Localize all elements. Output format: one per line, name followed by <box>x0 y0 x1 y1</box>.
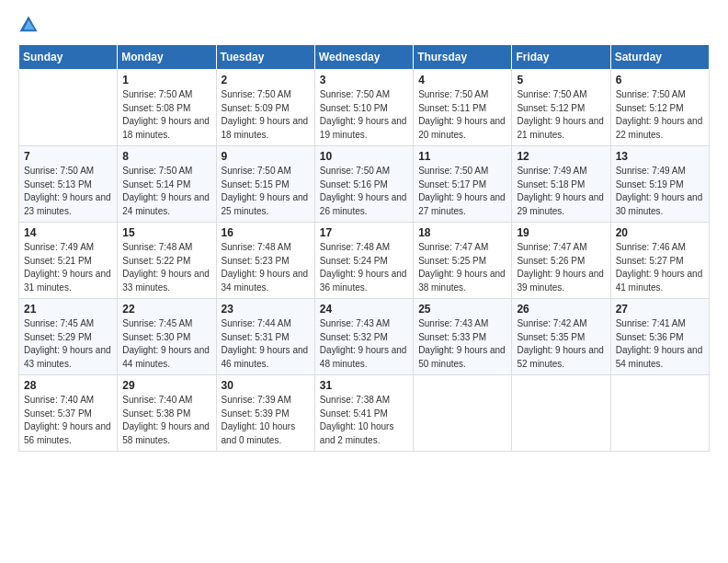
day-info: Sunrise: 7:50 AMSunset: 5:12 PMDaylight:… <box>616 88 704 142</box>
calendar-cell <box>512 375 610 452</box>
day-number: 11 <box>418 150 506 163</box>
day-info: Sunrise: 7:39 AMSunset: 5:39 PMDaylight:… <box>222 394 310 447</box>
weekday-header: Friday <box>512 45 610 70</box>
day-info: Sunrise: 7:42 AMSunset: 5:35 PMDaylight:… <box>517 317 605 371</box>
day-number: 26 <box>517 303 605 316</box>
day-info: Sunrise: 7:40 AMSunset: 5:37 PMDaylight:… <box>24 394 112 447</box>
calendar-cell: 9Sunrise: 7:50 AMSunset: 5:15 PMDaylight… <box>216 146 314 223</box>
day-info: Sunrise: 7:49 AMSunset: 5:21 PMDaylight:… <box>24 241 112 294</box>
weekday-header: Monday <box>118 45 216 70</box>
day-number: 28 <box>24 379 112 392</box>
day-info: Sunrise: 7:50 AMSunset: 5:08 PMDaylight:… <box>122 88 210 142</box>
day-info: Sunrise: 7:50 AMSunset: 5:16 PMDaylight:… <box>320 165 408 218</box>
day-number: 20 <box>616 226 704 239</box>
logo <box>18 15 40 35</box>
day-number: 7 <box>24 150 112 163</box>
calendar-week-row: 21Sunrise: 7:45 AMSunset: 5:29 PMDayligh… <box>19 299 710 375</box>
calendar-cell: 29Sunrise: 7:40 AMSunset: 5:38 PMDayligh… <box>118 375 216 452</box>
day-number: 25 <box>418 303 506 316</box>
calendar-table: SundayMondayTuesdayWednesdayThursdayFrid… <box>18 44 710 452</box>
calendar-cell: 27Sunrise: 7:41 AMSunset: 5:36 PMDayligh… <box>610 299 709 375</box>
day-number: 18 <box>418 226 506 239</box>
calendar-cell: 17Sunrise: 7:48 AMSunset: 5:24 PMDayligh… <box>314 223 413 299</box>
calendar-cell: 20Sunrise: 7:46 AMSunset: 5:27 PMDayligh… <box>610 223 709 299</box>
weekday-header: Sunday <box>19 45 118 70</box>
day-number: 31 <box>320 379 408 392</box>
day-number: 30 <box>222 379 310 392</box>
page: SundayMondayTuesdayWednesdayThursdayFrid… <box>0 0 728 563</box>
calendar-cell: 18Sunrise: 7:47 AMSunset: 5:25 PMDayligh… <box>414 223 512 299</box>
day-info: Sunrise: 7:50 AMSunset: 5:10 PMDaylight:… <box>320 88 408 142</box>
day-info: Sunrise: 7:41 AMSunset: 5:36 PMDaylight:… <box>616 317 704 371</box>
header <box>18 15 710 35</box>
calendar-week-row: 1Sunrise: 7:50 AMSunset: 5:08 PMDaylight… <box>19 70 710 146</box>
day-info: Sunrise: 7:49 AMSunset: 5:19 PMDaylight:… <box>616 165 704 218</box>
calendar-cell: 26Sunrise: 7:42 AMSunset: 5:35 PMDayligh… <box>512 299 610 375</box>
day-number: 27 <box>616 303 704 316</box>
header-row: SundayMondayTuesdayWednesdayThursdayFrid… <box>19 45 710 70</box>
calendar-cell: 3Sunrise: 7:50 AMSunset: 5:10 PMDaylight… <box>314 70 413 146</box>
day-number: 14 <box>24 226 112 239</box>
calendar-cell: 12Sunrise: 7:49 AMSunset: 5:18 PMDayligh… <box>512 146 610 223</box>
day-info: Sunrise: 7:50 AMSunset: 5:14 PMDaylight:… <box>122 165 210 218</box>
calendar-cell: 10Sunrise: 7:50 AMSunset: 5:16 PMDayligh… <box>314 146 413 223</box>
calendar-cell: 2Sunrise: 7:50 AMSunset: 5:09 PMDaylight… <box>216 70 314 146</box>
day-info: Sunrise: 7:46 AMSunset: 5:27 PMDaylight:… <box>616 241 704 294</box>
calendar-cell: 23Sunrise: 7:44 AMSunset: 5:31 PMDayligh… <box>216 299 314 375</box>
day-info: Sunrise: 7:48 AMSunset: 5:22 PMDaylight:… <box>122 241 210 294</box>
calendar-cell: 28Sunrise: 7:40 AMSunset: 5:37 PMDayligh… <box>19 375 118 452</box>
day-number: 10 <box>320 150 408 163</box>
calendar-cell: 19Sunrise: 7:47 AMSunset: 5:26 PMDayligh… <box>512 223 610 299</box>
day-info: Sunrise: 7:49 AMSunset: 5:18 PMDaylight:… <box>517 165 605 218</box>
weekday-header: Tuesday <box>216 45 314 70</box>
day-number: 6 <box>616 74 704 86</box>
day-number: 4 <box>418 74 506 86</box>
calendar-cell: 11Sunrise: 7:50 AMSunset: 5:17 PMDayligh… <box>414 146 512 223</box>
day-number: 1 <box>122 74 210 86</box>
calendar-cell <box>610 375 709 452</box>
calendar-cell: 7Sunrise: 7:50 AMSunset: 5:13 PMDaylight… <box>19 146 118 223</box>
day-info: Sunrise: 7:50 AMSunset: 5:12 PMDaylight:… <box>517 88 605 142</box>
day-info: Sunrise: 7:47 AMSunset: 5:26 PMDaylight:… <box>517 241 605 294</box>
calendar-cell: 13Sunrise: 7:49 AMSunset: 5:19 PMDayligh… <box>610 146 709 223</box>
calendar-cell <box>414 375 512 452</box>
calendar-cell: 30Sunrise: 7:39 AMSunset: 5:39 PMDayligh… <box>216 375 314 452</box>
weekday-header: Wednesday <box>314 45 413 70</box>
day-number: 15 <box>122 226 210 239</box>
day-number: 23 <box>222 303 310 316</box>
calendar-cell: 5Sunrise: 7:50 AMSunset: 5:12 PMDaylight… <box>512 70 610 146</box>
calendar-week-row: 7Sunrise: 7:50 AMSunset: 5:13 PMDaylight… <box>19 146 710 223</box>
calendar-cell: 25Sunrise: 7:43 AMSunset: 5:33 PMDayligh… <box>414 299 512 375</box>
day-number: 22 <box>122 303 210 316</box>
day-info: Sunrise: 7:38 AMSunset: 5:41 PMDaylight:… <box>320 394 408 447</box>
day-info: Sunrise: 7:50 AMSunset: 5:13 PMDaylight:… <box>24 165 112 218</box>
day-number: 3 <box>320 74 408 86</box>
calendar-cell: 8Sunrise: 7:50 AMSunset: 5:14 PMDaylight… <box>118 146 216 223</box>
calendar-cell: 24Sunrise: 7:43 AMSunset: 5:32 PMDayligh… <box>314 299 413 375</box>
day-info: Sunrise: 7:48 AMSunset: 5:24 PMDaylight:… <box>320 241 408 294</box>
day-number: 17 <box>320 226 408 239</box>
day-number: 12 <box>517 150 605 163</box>
day-number: 16 <box>222 226 310 239</box>
day-info: Sunrise: 7:50 AMSunset: 5:15 PMDaylight:… <box>222 165 310 218</box>
calendar-cell: 1Sunrise: 7:50 AMSunset: 5:08 PMDaylight… <box>118 70 216 146</box>
day-number: 9 <box>222 150 310 163</box>
day-info: Sunrise: 7:48 AMSunset: 5:23 PMDaylight:… <box>222 241 310 294</box>
calendar-cell: 22Sunrise: 7:45 AMSunset: 5:30 PMDayligh… <box>118 299 216 375</box>
day-info: Sunrise: 7:50 AMSunset: 5:09 PMDaylight:… <box>222 88 310 142</box>
calendar-cell: 15Sunrise: 7:48 AMSunset: 5:22 PMDayligh… <box>118 223 216 299</box>
day-info: Sunrise: 7:44 AMSunset: 5:31 PMDaylight:… <box>222 317 310 371</box>
calendar-cell: 6Sunrise: 7:50 AMSunset: 5:12 PMDaylight… <box>610 70 709 146</box>
day-number: 13 <box>616 150 704 163</box>
day-number: 5 <box>517 74 605 86</box>
day-info: Sunrise: 7:50 AMSunset: 5:17 PMDaylight:… <box>418 165 506 218</box>
day-info: Sunrise: 7:45 AMSunset: 5:29 PMDaylight:… <box>24 317 112 371</box>
calendar-cell: 31Sunrise: 7:38 AMSunset: 5:41 PMDayligh… <box>314 375 413 452</box>
day-number: 2 <box>222 74 310 86</box>
day-number: 24 <box>320 303 408 316</box>
calendar-cell <box>19 70 118 146</box>
calendar-cell: 21Sunrise: 7:45 AMSunset: 5:29 PMDayligh… <box>19 299 118 375</box>
calendar-week-row: 28Sunrise: 7:40 AMSunset: 5:37 PMDayligh… <box>19 375 710 452</box>
day-info: Sunrise: 7:43 AMSunset: 5:32 PMDaylight:… <box>320 317 408 371</box>
day-number: 29 <box>122 379 210 392</box>
